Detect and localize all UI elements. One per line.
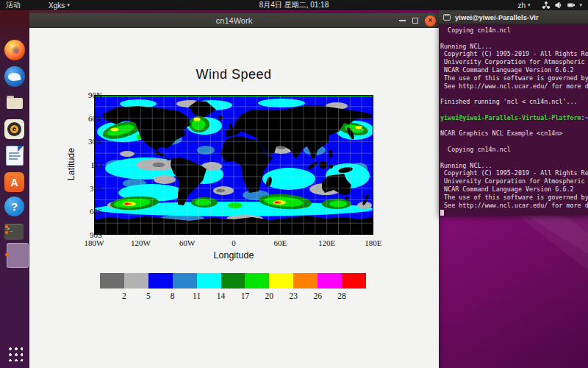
minimize-button[interactable] [399, 20, 406, 21]
xgks-plot-window: cn14Work × Wind Speed [29, 13, 439, 368]
maximize-button[interactable] [412, 18, 418, 24]
running-indicator-dot [5, 253, 8, 256]
plot-window-title: cn14Work [216, 16, 252, 25]
x-tick-label: 120E [311, 238, 343, 247]
colorbar-level-label: 11 [193, 291, 201, 300]
colorbar [100, 273, 366, 289]
dock-files-button[interactable] [4, 93, 25, 113]
colorbar-cell [173, 273, 197, 289]
colorbar-labels: 25811141720232628 [100, 291, 366, 302]
close-button[interactable]: × [425, 15, 436, 26]
clock-menu[interactable]: 8月4日 星期二, 01:18 [254, 0, 334, 10]
colorbar-cell [124, 273, 148, 289]
terminal-line: University Corporation for Atmospheric R [440, 177, 588, 185]
dock-ubuntu-software-button[interactable]: A [4, 172, 25, 193]
terminal-window-icon [443, 14, 451, 21]
volume-icon [554, 1, 562, 10]
colorbar-level-label: 2 [122, 291, 126, 300]
terminal-titlebar[interactable]: yiwei@yiwei-Parallels-Vir [439, 10, 588, 24]
y-tick-label: 60S [73, 207, 102, 216]
colorbar-cell [221, 273, 245, 289]
colorbar-cell [318, 273, 342, 289]
plot-canvas: Wind Speed [29, 29, 439, 368]
show-applications-button[interactable] [4, 343, 25, 364]
plot-window-titlebar[interactable]: cn14Work × [29, 13, 439, 28]
colorbar-level-label: 28 [337, 291, 346, 300]
dock-xgks-window-button[interactable] [4, 243, 25, 268]
clock-label: 8月4日 星期二, 01:18 [259, 0, 329, 10]
terminal-line [440, 138, 588, 146]
x-axis-label: Longitude [94, 250, 373, 261]
colorbar-level-label: 20 [265, 291, 274, 300]
y-tick-label: EQ [73, 160, 102, 169]
x-tick-label: 0 [218, 238, 250, 247]
dock-firefox-button[interactable] [4, 40, 25, 60]
terminal-line: NCAR Graphics NCL Example <cn14n> [440, 130, 588, 138]
terminal-line [440, 106, 588, 114]
terminal-line: The use of this software is governed by [440, 194, 588, 202]
network-icon [542, 1, 550, 10]
colorbar-level-label: 8 [171, 291, 175, 300]
app-menu-button[interactable]: Xgks ▾ [43, 0, 76, 10]
terminal-line [440, 154, 588, 162]
chart-title: Wind Speed [123, 67, 344, 82]
colorbar-level-label: 17 [241, 291, 250, 300]
dock-rhythmbox-button[interactable] [4, 119, 25, 140]
colorbar-level-label: 5 [146, 291, 151, 300]
show-applications-grid-icon [7, 345, 23, 361]
dock-thunderbird-button[interactable] [4, 66, 25, 87]
colorbar-level-label: 14 [217, 291, 226, 300]
dock: A ? >_ [0, 10, 29, 368]
terminal-line: Running NCL... [440, 162, 588, 170]
colorbar-level-label: 26 [313, 291, 322, 300]
battery-icon [567, 1, 575, 10]
colorbar-cell [293, 273, 318, 289]
terminal-line: See http://www.ncl.ucar.edu/ for more de [440, 82, 588, 91]
status-area: zh ▾ ▾ [512, 0, 588, 10]
terminal-line: NCAR Command Language Version 6.6.2 [440, 66, 588, 74]
terminal-line: yiwei@yiwei-Parallels-Virtual-Platform:~… [440, 114, 588, 122]
rhythmbox-icon [4, 119, 24, 139]
terminal-line [440, 209, 588, 216]
colorbar-cell [197, 273, 221, 289]
terminal-line: University Corporation for Atmospheric R [440, 58, 588, 66]
colorbar-cell [342, 273, 366, 289]
terminal-line [440, 90, 588, 98]
colorbar-cell [245, 273, 269, 289]
activities-button[interactable]: 活动 [0, 0, 26, 10]
input-method-menu[interactable]: zh ▾ [512, 0, 536, 10]
running-indicator-dot [5, 231, 8, 234]
world-contour-map [94, 95, 373, 235]
desktop: 活动 Xgks ▾ 8月4日 星期二, 01:18 zh ▾ [0, 0, 588, 368]
dock-libreoffice-writer-button[interactable] [4, 146, 25, 166]
y-tick-label: 30S [73, 184, 102, 193]
terminal-line [440, 35, 588, 43]
terminal-title: yiwei@yiwei-Parallels-Vir [455, 13, 539, 21]
libreoffice-writer-icon [6, 146, 24, 166]
terminal-line [440, 122, 588, 130]
xgks-window-icon [7, 243, 29, 268]
input-method-label: zh [517, 1, 526, 10]
terminal-body[interactable]: Copying cn14n.ncl Running NCL... Copyrig… [439, 24, 588, 216]
wind-speed-map [94, 95, 373, 235]
ubuntu-software-icon: A [4, 172, 24, 192]
terminal-line: Running NCL... [440, 43, 588, 51]
colorbar-cell [148, 273, 173, 289]
dock-terminal-button[interactable]: >_ [4, 222, 25, 242]
files-folder-icon [4, 93, 24, 113]
app-menu-label: Xgks [49, 1, 65, 10]
chevron-down-icon: ▾ [67, 2, 70, 8]
dock-help-button[interactable]: ? [4, 197, 25, 217]
help-icon: ? [4, 197, 24, 216]
x-tick-label: 180E [357, 238, 390, 247]
terminal-window: yiwei@yiwei-Parallels-Vir Copying cn14n.… [439, 10, 588, 216]
colorbar-cell [269, 273, 293, 289]
running-indicator-dot [5, 225, 8, 228]
terminal-line: The use of this software is governed by [440, 74, 588, 82]
system-menu[interactable]: ▾ [536, 0, 588, 10]
activities-label: 活动 [6, 0, 21, 10]
y-tick-label: 30N [73, 137, 102, 146]
terminal-line: See http://www.ncl.ucar.edu/ for more de [440, 202, 588, 210]
firefox-icon [4, 40, 25, 60]
terminal-line: Copying cn14n.ncl [440, 146, 588, 154]
